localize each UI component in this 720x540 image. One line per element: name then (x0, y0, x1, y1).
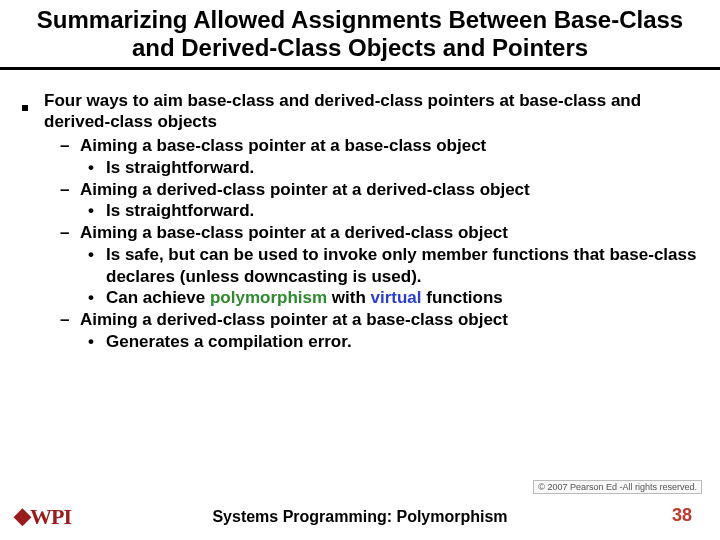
keyword-polymorphism: polymorphism (210, 288, 327, 307)
wpi-logo: ◆WPI (14, 504, 71, 530)
item-heading: Aiming a base-class pointer at a derived… (80, 223, 508, 242)
list-item: Aiming a derived-class pointer at a deri… (80, 179, 710, 223)
sub-item: Generates a compilation error. (106, 331, 710, 353)
keyword-virtual: virtual (371, 288, 422, 307)
list-item: Aiming a base-class pointer at a derived… (80, 222, 710, 309)
item-heading: Aiming a base-class pointer at a base-cl… (80, 136, 486, 155)
sub-item: Is straightforward. (106, 157, 710, 179)
slide-title: Summarizing Allowed Assignments Between … (0, 0, 720, 70)
logo-text: WPI (30, 504, 71, 529)
list-item: Aiming a base-class pointer at a base-cl… (80, 135, 710, 179)
page-number: 38 (672, 505, 692, 526)
item-heading: Aiming a derived-class pointer at a deri… (80, 180, 530, 199)
item-heading: Aiming a derived-class pointer at a base… (80, 310, 508, 329)
footer-title: Systems Programming: Polymorphism (0, 508, 720, 526)
main-line: Four ways to aim base-class and derived-… (40, 90, 710, 134)
sub-item: Is straightforward. (106, 200, 710, 222)
list-item: Aiming a derived-class pointer at a base… (80, 309, 710, 353)
copyright-notice: © 2007 Pearson Ed -All rights reserved. (533, 480, 702, 494)
square-bullet-icon (22, 105, 28, 111)
slide-body: Four ways to aim base-class and derived-… (0, 70, 720, 353)
sub-item: Is safe, but can be used to invoke only … (106, 244, 710, 288)
sub-item: Can achieve polymorphism with virtual fu… (106, 287, 710, 309)
item-list: Aiming a base-class pointer at a base-cl… (40, 135, 710, 353)
